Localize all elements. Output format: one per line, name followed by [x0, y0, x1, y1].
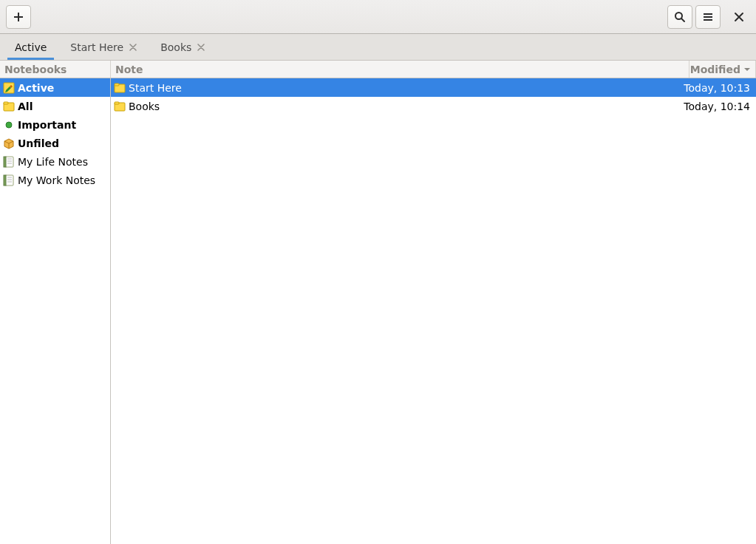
sidebar-item-label: Unfiled [18, 137, 107, 149]
note-row[interactable]: BooksToday, 10:14 [111, 97, 756, 115]
column-headers: Notebooks Note Modified [0, 61, 756, 78]
note-name: Books [129, 101, 681, 112]
svg-rect-7 [5, 175, 13, 186]
column-modified-label: Modified [690, 64, 740, 75]
sidebar-item-label: My Life Notes [18, 156, 107, 168]
notes-list: Start HereToday, 10:13BooksToday, 10:14 [111, 78, 756, 544]
sidebar-item-label: Active [18, 82, 107, 94]
sidebar-item[interactable]: All [0, 97, 110, 115]
svg-rect-10 [115, 84, 119, 86]
tab-label: Start Here [70, 41, 123, 53]
note-row[interactable]: Start HereToday, 10:13 [111, 78, 756, 97]
sidebar-item-label: Important [18, 119, 107, 131]
folder-icon [114, 82, 126, 94]
note-edit-icon [3, 82, 15, 94]
folder-icon [114, 101, 126, 112]
column-notebooks-label: Notebooks [4, 64, 67, 75]
column-notebooks[interactable]: Notebooks [0, 61, 111, 78]
window-close-button[interactable] [726, 5, 752, 29]
sidebar-item[interactable]: Important [0, 115, 110, 134]
column-note-label: Note [115, 64, 143, 75]
column-note[interactable]: Note [111, 61, 689, 78]
tab[interactable]: Start Here [58, 34, 149, 60]
notebooks-sidebar: ActiveAllImportantUnfiledMy Life NotesMy… [0, 78, 111, 544]
plus-icon [13, 11, 24, 23]
search-icon [674, 11, 686, 23]
tab[interactable]: Active [3, 34, 58, 60]
new-note-button[interactable] [6, 5, 31, 29]
tab-close-icon[interactable] [197, 44, 205, 51]
svg-rect-6 [4, 157, 6, 167]
folder-icon [3, 101, 15, 112]
svg-rect-8 [4, 175, 6, 186]
main-area: ActiveAllImportantUnfiledMy Life NotesMy… [0, 78, 756, 544]
notebook-icon [3, 156, 15, 168]
column-modified[interactable]: Modified [689, 61, 756, 78]
tab[interactable]: Books [149, 34, 217, 60]
sidebar-item[interactable]: Active [0, 78, 110, 97]
sidebar-item-label: My Work Notes [18, 174, 107, 186]
sidebar-item[interactable]: Unfiled [0, 134, 110, 152]
svg-rect-5 [5, 157, 13, 167]
sort-descending-icon [743, 66, 751, 73]
menu-button[interactable] [695, 5, 721, 29]
box-icon [3, 137, 15, 149]
note-modified: Today, 10:14 [684, 101, 753, 112]
sidebar-item[interactable]: My Life Notes [0, 152, 110, 171]
hamburger-icon [702, 11, 714, 23]
sidebar-item-label: All [18, 101, 107, 112]
search-button[interactable] [667, 5, 692, 29]
svg-point-4 [6, 122, 12, 128]
green-dot-icon [3, 119, 15, 131]
sidebar-item[interactable]: My Work Notes [0, 171, 110, 189]
close-icon [734, 12, 744, 22]
tab-label: Books [160, 41, 191, 53]
tab-close-icon[interactable] [129, 44, 137, 51]
tab-label: Active [15, 41, 47, 53]
svg-rect-3 [4, 102, 8, 104]
headerbar [0, 0, 756, 34]
note-modified: Today, 10:13 [684, 82, 753, 94]
tab-bar: ActiveStart HereBooks [0, 34, 756, 61]
note-name: Start Here [129, 82, 681, 94]
svg-rect-12 [115, 102, 119, 104]
notebook-icon [3, 174, 15, 186]
